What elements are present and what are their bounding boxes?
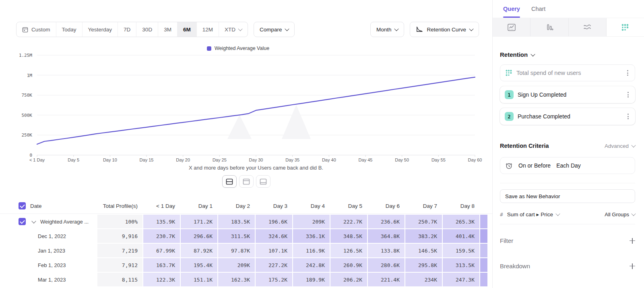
retention-section-header[interactable]: Retention xyxy=(500,51,635,58)
table-row: Mar 1, 20238,115122.3K151.1K162.3K175.2K… xyxy=(0,273,492,286)
total-profiles-cell: 9,916 xyxy=(97,229,142,243)
step-event-name: Sign Up Completed xyxy=(518,91,566,98)
table-header-cell: Day 2 xyxy=(218,203,255,209)
table-row: Weighted Average ...100%135.9K171.2K183.… xyxy=(0,215,492,228)
svg-text:750K: 750K xyxy=(22,93,33,98)
table-header-cell: Day 5 xyxy=(330,203,367,209)
table-header-row: DateTotal Profile(s)< 1 DayDay 1Day 2Day… xyxy=(0,198,492,214)
divider xyxy=(500,183,635,183)
total-profiles-cell: 8,115 xyxy=(97,273,142,286)
time-range-yesterday[interactable]: Yesterday xyxy=(82,22,118,37)
funnels-icon xyxy=(545,23,553,31)
kebab-menu-icon[interactable] xyxy=(626,90,630,99)
add-filter-button[interactable] xyxy=(630,238,635,244)
layout-bottom-view-button[interactable] xyxy=(256,175,270,188)
table-header-cell: Day 4 xyxy=(293,203,330,209)
table-body: Weighted Average ...100%135.9K171.2K183.… xyxy=(0,215,492,286)
svg-text:1.25M: 1.25M xyxy=(19,53,32,58)
compare-button[interactable]: Compare xyxy=(254,22,295,37)
retention-criteria-label: Retention Criteria xyxy=(500,143,549,149)
row-label-cell[interactable]: Weighted Average ... xyxy=(16,215,97,228)
time-range-6m-selected[interactable]: 6M xyxy=(177,22,196,37)
chevron-down-icon xyxy=(631,211,636,216)
layout-split-view-button[interactable] xyxy=(222,175,237,188)
funnels-report-tab[interactable] xyxy=(530,18,568,36)
behavior-card[interactable]: Total spend of new users xyxy=(500,64,635,81)
row-label: Mar 1, 2023 xyxy=(16,277,66,283)
save-as-new-behavior-button[interactable]: Save as New Behavior xyxy=(500,189,635,203)
svg-text:250K: 250K xyxy=(22,133,33,138)
clipped-next-column-cell xyxy=(480,244,487,257)
event-step-1[interactable]: 1 Sign Up Completed xyxy=(500,86,635,103)
time-range-7d[interactable]: 7D xyxy=(118,22,136,37)
table-row: Jan 1, 20237,21967.99K87.92K97.87K107.1K… xyxy=(0,244,492,257)
retention-criteria-row: Retention Criteria Advanced xyxy=(500,143,635,149)
clipped-next-column-cell xyxy=(480,273,487,286)
table-header-cell: Day 6 xyxy=(368,203,405,209)
step-event-name: Purchase Completed xyxy=(518,113,570,120)
row-label-cell[interactable]: Feb 1, 2023 xyxy=(16,258,97,272)
tab-chart[interactable]: Chart xyxy=(531,0,545,18)
event-step-2[interactable]: 2 Purchase Completed xyxy=(500,108,635,125)
retention-value-cell: 336.1K xyxy=(293,229,330,243)
timing-unit-dropdown[interactable]: Each Day xyxy=(556,162,581,169)
add-breakdown-button[interactable] xyxy=(630,263,635,269)
svg-text:0: 0 xyxy=(29,153,32,157)
time-range-30d[interactable]: 30D xyxy=(136,22,158,37)
clipped-next-column-cell xyxy=(480,258,487,272)
retention-value-cell: 97.87K xyxy=(218,244,255,257)
table-header-cell: < 1 Day xyxy=(143,203,180,209)
retention-value-cell: 206.2K xyxy=(330,273,367,286)
chevron-down-icon xyxy=(531,52,535,56)
row-checkbox[interactable] xyxy=(19,218,26,225)
select-all-checkbox[interactable] xyxy=(19,202,26,209)
kebab-menu-icon[interactable] xyxy=(625,68,630,77)
retention-value-cell: 133.8K xyxy=(368,244,405,257)
retention-value-cell: 163.7K xyxy=(143,258,180,272)
legend-swatch xyxy=(207,46,211,51)
advanced-dropdown[interactable]: Advanced xyxy=(605,143,635,149)
timing-mode-dropdown[interactable]: On or Before xyxy=(518,162,551,169)
table-header-cell: Day 7 xyxy=(405,203,442,209)
row-label-cell[interactable]: Jan 1, 2023 xyxy=(16,244,97,257)
retention-value-cell: 196.6K xyxy=(256,215,292,228)
retention-value-cell: 234K xyxy=(405,273,442,286)
retention-report-tab-active[interactable] xyxy=(607,18,644,36)
x-axis-tick-label: Day 5 xyxy=(68,157,79,162)
clipped-next-column-cell xyxy=(480,229,487,243)
alarm-clock-icon xyxy=(505,162,513,170)
retention-curve-chart[interactable]: 0250K500K750K1M1.25M xyxy=(0,52,492,157)
retention-value-cell: 250.7K xyxy=(405,215,442,228)
x-axis-tick-label: Day 30 xyxy=(249,157,263,162)
kebab-menu-icon[interactable] xyxy=(626,112,630,121)
row-label-cell[interactable]: Dec 1, 2022 xyxy=(16,229,97,243)
measure-property-dropdown[interactable]: Sum of cart ▸ Price xyxy=(507,211,559,218)
breakdown-section: Breakdown xyxy=(500,263,635,269)
retention-value-cell: 175.2K xyxy=(256,273,292,286)
chart-gridlines xyxy=(37,55,475,155)
flows-report-tab[interactable] xyxy=(569,18,607,36)
row-label-cell[interactable]: Mar 1, 2023 xyxy=(16,273,97,286)
retention-table: DateTotal Profile(s)< 1 DayDay 1Day 2Day… xyxy=(0,198,492,288)
all-groups-dropdown[interactable]: All Groups xyxy=(605,211,635,218)
retention-value-cell: 222.7K xyxy=(330,215,367,228)
time-range-label: Custom xyxy=(31,27,50,33)
step-number-badge: 1 xyxy=(505,90,514,99)
expand-chevron-icon[interactable] xyxy=(31,219,36,223)
time-range-today[interactable]: Today xyxy=(56,22,82,37)
layout-top-view-button[interactable] xyxy=(239,175,254,188)
tab-query[interactable]: Query xyxy=(503,0,520,18)
chart-type-dropdown[interactable]: Retention Curve xyxy=(410,22,479,37)
granularity-dropdown[interactable]: Month xyxy=(370,22,405,37)
y-axis-labels: 0250K500K750K1M1.25M xyxy=(19,53,32,157)
clipped-next-column-cell xyxy=(480,215,487,228)
time-range-12m[interactable]: 12M xyxy=(196,22,219,37)
total-profiles-cell: 7,912 xyxy=(97,258,142,272)
legend-label[interactable]: Weighted Average Value xyxy=(215,46,269,51)
insights-report-tab[interactable] xyxy=(493,18,530,36)
time-range-3m[interactable]: 3M xyxy=(158,22,177,37)
table-header-cell: Total Profile(s) xyxy=(97,203,142,209)
time-range-xtd[interactable]: XTD xyxy=(219,22,248,37)
x-axis-tick-label: Day 45 xyxy=(359,157,373,162)
time-range-custom[interactable]: Custom xyxy=(17,22,56,37)
